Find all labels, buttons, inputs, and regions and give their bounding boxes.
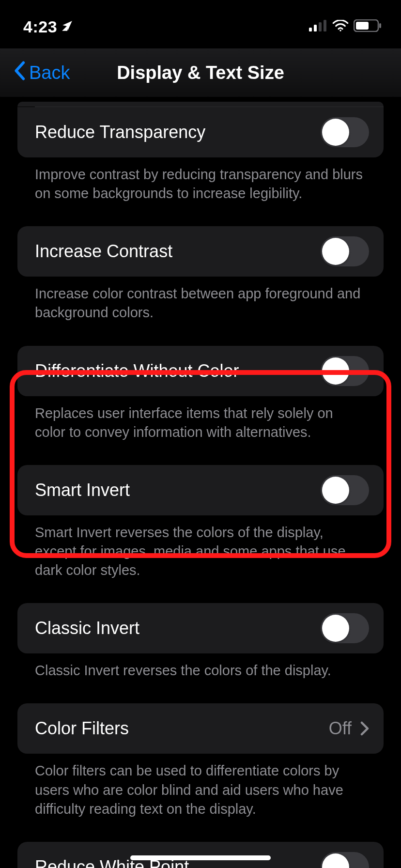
row-reduce-white-point[interactable]: Reduce White Point bbox=[17, 842, 384, 868]
row-footer: Increase color contrast between app fore… bbox=[17, 277, 384, 322]
svg-rect-2 bbox=[319, 22, 322, 31]
row-color-filters[interactable]: Color Filters Off bbox=[17, 703, 384, 754]
section-smart-invert: Smart Invert Smart Invert reverses the c… bbox=[17, 465, 384, 580]
row-differentiate-without-color[interactable]: Differentiate Without Color bbox=[17, 346, 384, 396]
section-color-filters: Color Filters Off Color filters can be u… bbox=[17, 703, 384, 818]
section-differentiate-without-color: Differentiate Without Color Replaces use… bbox=[17, 346, 384, 442]
home-indicator bbox=[130, 855, 271, 860]
cellular-icon bbox=[309, 20, 327, 33]
row-value: Off bbox=[329, 718, 352, 739]
toggle-reduce-transparency[interactable] bbox=[321, 117, 369, 147]
row-label: Reduce Transparency bbox=[35, 122, 205, 142]
section-increase-contrast: Increase Contrast Increase color contras… bbox=[17, 226, 384, 322]
toggle-increase-contrast[interactable] bbox=[321, 236, 369, 266]
row-reduce-transparency[interactable]: Reduce Transparency bbox=[17, 107, 384, 157]
row-footer: Classic Invert reverses the colors of th… bbox=[17, 653, 384, 680]
toggle-smart-invert[interactable] bbox=[321, 475, 369, 505]
row-increase-contrast[interactable]: Increase Contrast bbox=[17, 226, 384, 277]
toggle-reduce-white-point[interactable] bbox=[321, 852, 369, 868]
svg-point-4 bbox=[339, 30, 341, 31]
battery-icon bbox=[354, 19, 382, 34]
svg-rect-6 bbox=[356, 22, 369, 30]
row-label: Smart Invert bbox=[35, 480, 130, 500]
svg-rect-3 bbox=[324, 20, 326, 31]
svg-rect-1 bbox=[314, 25, 317, 31]
nav-header: Back Display & Text Size bbox=[0, 48, 401, 97]
toggle-differentiate-without-color[interactable] bbox=[321, 356, 369, 386]
wifi-icon bbox=[332, 20, 349, 33]
row-footer: Color filters can be used to differentia… bbox=[17, 754, 384, 818]
back-label: Back bbox=[29, 62, 70, 83]
status-bar: 4:23 bbox=[0, 0, 401, 48]
back-button[interactable]: Back bbox=[0, 61, 70, 85]
chevron-right-icon bbox=[360, 721, 369, 736]
row-classic-invert[interactable]: Classic Invert bbox=[17, 603, 384, 653]
row-label: Increase Contrast bbox=[35, 241, 172, 262]
row-label: Differentiate Without Color bbox=[35, 361, 239, 381]
svg-rect-7 bbox=[379, 23, 381, 28]
row-label: Classic Invert bbox=[35, 618, 139, 638]
row-footer: Smart Invert reverses the colors of the … bbox=[17, 515, 384, 580]
toggle-classic-invert[interactable] bbox=[321, 613, 369, 643]
row-footer: Improve contrast by reducing transparenc… bbox=[17, 157, 384, 203]
row-label: Color Filters bbox=[35, 718, 129, 739]
row-footer: Replaces user interface items that rely … bbox=[17, 396, 384, 442]
svg-rect-0 bbox=[309, 28, 312, 31]
section-reduce-transparency: Reduce Transparency Improve contrast by … bbox=[17, 102, 384, 203]
location-icon bbox=[61, 19, 74, 34]
chevron-left-icon bbox=[14, 61, 25, 85]
status-time: 4:23 bbox=[23, 17, 57, 36]
section-reduce-white-point: Reduce White Point Reduce the intensity … bbox=[17, 842, 384, 868]
section-classic-invert: Classic Invert Classic Invert reverses t… bbox=[17, 603, 384, 680]
settings-list: Reduce Transparency Improve contrast by … bbox=[0, 102, 401, 868]
row-smart-invert[interactable]: Smart Invert bbox=[17, 465, 384, 515]
